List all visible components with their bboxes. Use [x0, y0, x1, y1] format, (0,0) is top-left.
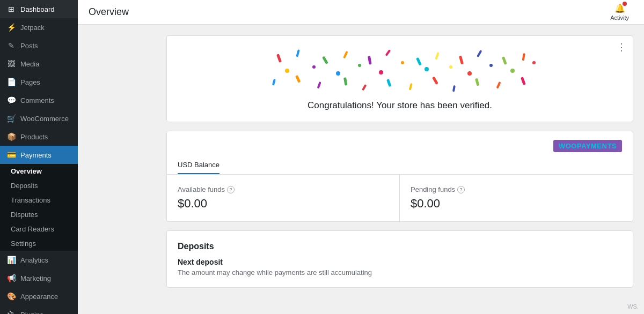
sidebar-label-media: Media — [20, 60, 39, 68]
sidebar-item-pages[interactable]: 📄 Pages — [0, 73, 78, 91]
media-icon: 🖼 — [6, 59, 16, 69]
svg-rect-2 — [322, 56, 328, 64]
sidebar-item-products[interactable]: 📦 Products — [0, 128, 78, 146]
sidebar-label-pages: Pages — [20, 78, 40, 86]
svg-point-18 — [425, 67, 429, 71]
sidebar-item-marketing[interactable]: 📢 Marketing — [0, 269, 78, 287]
svg-rect-7 — [435, 52, 440, 60]
topbar-actions: 🔔 Activity — [606, 1, 633, 23]
svg-point-13 — [312, 65, 316, 69]
deposits-card: Deposits Next deposit The amount may cha… — [166, 230, 633, 288]
available-funds-amount: $0.00 — [178, 197, 389, 211]
svg-rect-5 — [385, 49, 391, 56]
sidebar-item-analytics[interactable]: 📊 Analytics — [0, 251, 78, 269]
submenu-label-disputes: Disputes — [11, 211, 38, 219]
dashboard-icon: ⊞ — [6, 4, 16, 14]
pending-funds-cell: Pending funds ? $0.00 — [400, 175, 633, 221]
woo-logo-suffix: PAYMENTS — [577, 142, 617, 150]
svg-point-17 — [401, 61, 404, 64]
sidebar-label-jetpack: Jetpack — [20, 24, 45, 32]
svg-rect-24 — [272, 79, 276, 86]
balance-grid: Available funds ? $0.00 Pending funds ? … — [167, 175, 633, 221]
posts-icon: ✎ — [6, 41, 16, 50]
submenu-label-settings: Settings — [11, 240, 36, 248]
products-icon: 📦 — [6, 132, 16, 141]
confetti-animation — [178, 47, 622, 95]
submenu-item-card-readers[interactable]: Card Readers — [0, 222, 78, 236]
svg-rect-35 — [521, 77, 526, 85]
svg-point-22 — [510, 69, 515, 73]
pending-funds-text: Pending funds — [411, 185, 455, 193]
tab-usd-balance[interactable]: USD Balance — [178, 156, 219, 174]
submenu-label-deposits: Deposits — [11, 182, 38, 190]
woo-logo-text: WOO — [559, 142, 577, 150]
svg-rect-0 — [276, 54, 282, 63]
svg-point-19 — [449, 65, 452, 69]
svg-rect-30 — [409, 83, 413, 91]
deposits-title: Deposits — [178, 242, 622, 251]
activity-button[interactable]: 🔔 Activity — [606, 1, 633, 23]
sidebar-label-plugins: Plugins — [20, 311, 43, 315]
topbar: Overview 🔔 Activity — [78, 0, 644, 25]
sidebar-item-plugins[interactable]: 🔌 Plugins — [0, 305, 78, 314]
sidebar-item-payments[interactable]: 💳 Payments — [0, 146, 78, 164]
svg-rect-10 — [502, 56, 507, 65]
confetti-svg — [178, 47, 622, 95]
svg-rect-26 — [317, 81, 321, 89]
analytics-icon: 📊 — [6, 255, 16, 265]
svg-point-12 — [285, 69, 289, 73]
svg-rect-4 — [368, 56, 372, 65]
svg-rect-6 — [416, 57, 422, 66]
svg-rect-11 — [522, 53, 525, 61]
submenu-item-disputes[interactable]: Disputes — [0, 207, 78, 222]
available-funds-label: Available funds ? — [178, 185, 389, 193]
sidebar-item-posts[interactable]: ✎ Posts — [0, 36, 78, 55]
svg-rect-9 — [477, 50, 482, 57]
available-funds-text: Available funds — [178, 185, 225, 193]
marketing-icon: 📢 — [6, 273, 16, 283]
appearance-icon: 🎨 — [6, 291, 16, 301]
submenu-item-overview[interactable]: Overview — [0, 164, 78, 178]
svg-point-21 — [489, 64, 493, 67]
sidebar-item-comments[interactable]: 💬 Comments — [0, 91, 78, 109]
svg-rect-28 — [362, 84, 367, 91]
available-funds-cell: Available funds ? $0.00 — [167, 175, 400, 221]
submenu-item-deposits[interactable]: Deposits — [0, 178, 78, 193]
sidebar-item-jetpack[interactable]: ⚡ Jetpack — [0, 18, 78, 36]
tab-bar: USD Balance — [167, 156, 633, 175]
sidebar-item-woocommerce[interactable]: 🛒 WooCommerce — [0, 109, 78, 128]
payments-submenu: Overview Deposits Transactions Disputes … — [0, 164, 78, 251]
svg-rect-1 — [296, 49, 299, 57]
woocommerce-icon: 🛒 — [6, 114, 16, 123]
sidebar-item-dashboard[interactable]: ⊞ Dashboard — [0, 0, 78, 18]
sidebar-item-media[interactable]: 🖼 Media — [0, 55, 78, 73]
svg-point-20 — [467, 71, 472, 76]
pending-funds-help-icon[interactable]: ? — [457, 186, 465, 193]
submenu-label-transactions: Transactions — [11, 196, 50, 204]
submenu-label-card-readers: Card Readers — [11, 225, 54, 233]
woo-payments-card: WOOPAYMENTS USD Balance Available funds … — [166, 131, 633, 222]
jetpack-icon: ⚡ — [6, 23, 16, 32]
sidebar-label-payments: Payments — [20, 151, 52, 159]
submenu-item-transactions[interactable]: Transactions — [0, 193, 78, 207]
pages-icon: 📄 — [6, 77, 16, 87]
svg-point-16 — [379, 70, 383, 74]
ws-label: WS. — [627, 303, 639, 310]
sidebar: ⊞ Dashboard ⚡ Jetpack ✎ Posts 🖼 Media 📄 … — [0, 0, 78, 314]
plugins-icon: 🔌 — [6, 310, 16, 314]
svg-point-15 — [358, 64, 361, 67]
sidebar-item-appearance[interactable]: 🎨 Appearance — [0, 287, 78, 305]
svg-rect-3 — [343, 51, 348, 58]
svg-rect-34 — [496, 81, 501, 88]
comments-icon: 💬 — [6, 95, 16, 105]
congrats-card: ⋮ — [166, 35, 633, 122]
svg-rect-31 — [432, 77, 438, 85]
next-deposit-desc: The amount may change while payments are… — [178, 268, 622, 276]
woo-card-header: WOOPAYMENTS — [167, 131, 633, 156]
sidebar-label-woocommerce: WooCommerce — [20, 115, 69, 123]
available-funds-help-icon[interactable]: ? — [227, 186, 235, 193]
svg-rect-25 — [295, 75, 301, 83]
svg-rect-33 — [475, 78, 479, 86]
submenu-item-settings[interactable]: Settings — [0, 236, 78, 251]
sidebar-label-dashboard: Dashboard — [20, 5, 55, 13]
